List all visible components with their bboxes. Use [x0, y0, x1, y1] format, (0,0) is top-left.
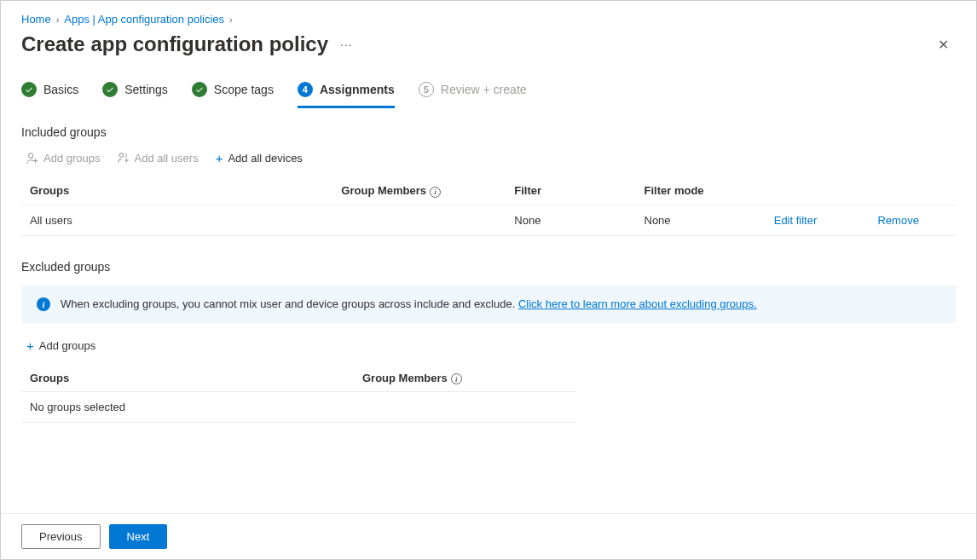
empty-message: No groups selected [21, 392, 575, 423]
tab-label: Settings [124, 83, 168, 96]
included-groups-heading: Included groups [21, 125, 956, 139]
cell-group-name: All users [21, 205, 332, 235]
breadcrumb-home[interactable]: Home [21, 13, 51, 26]
check-icon [21, 82, 37, 97]
column-header-members: Group Membersi [354, 365, 575, 392]
tab-label: Review + create [441, 83, 527, 96]
more-actions-icon[interactable]: ··· [340, 38, 353, 51]
banner-text: When excluding groups, you cannot mix us… [61, 297, 757, 310]
column-header-members: Group Membersi [332, 177, 506, 205]
included-groups-table: Groups Group Membersi Filter Filter mode… [21, 177, 956, 236]
info-banner: i When excluding groups, you cannot mix … [21, 286, 956, 323]
learn-more-link[interactable]: Click here to learn more about excluding… [518, 297, 757, 310]
tab-settings[interactable]: Settings [102, 82, 168, 108]
step-number-icon: 5 [419, 82, 434, 97]
excluded-groups-heading: Excluded groups [21, 260, 956, 274]
chevron-right-icon: › [229, 14, 233, 25]
tab-label: Assignments [320, 83, 395, 96]
person-add-icon [26, 153, 38, 165]
add-all-users-button: Add all users [118, 151, 199, 165]
tab-assignments[interactable]: 4 Assignments [298, 82, 395, 108]
close-icon[interactable]: ✕ [931, 33, 956, 56]
add-all-devices-button[interactable]: + Add all devices [216, 151, 303, 165]
footer: Previous Next [1, 513, 976, 559]
action-label: Add groups [39, 339, 96, 352]
previous-button[interactable]: Previous [21, 524, 101, 549]
info-icon[interactable]: i [451, 373, 462, 384]
page-title: Create app configuration policy [21, 32, 328, 56]
table-row: All users None None Edit filter Remove [21, 205, 956, 235]
tab-basics[interactable]: Basics [21, 82, 78, 108]
column-header-filter: Filter [506, 177, 635, 205]
add-groups-button: Add groups [26, 151, 101, 165]
chevron-right-icon: › [56, 14, 60, 25]
action-label: Add all users [135, 152, 199, 165]
action-label: Add groups [43, 152, 101, 165]
tab-label: Basics [43, 83, 78, 96]
info-icon[interactable]: i [430, 187, 441, 198]
wizard-tabs: Basics Settings Scope tags 4 Assignments… [21, 82, 956, 108]
check-icon [102, 82, 118, 97]
tab-review-create: 5 Review + create [419, 82, 527, 108]
check-icon [192, 82, 207, 97]
cell-filter: None [506, 205, 635, 235]
cell-members [332, 205, 506, 235]
column-header-filter-mode: Filter mode [636, 177, 766, 205]
plus-icon: + [26, 338, 34, 353]
tab-label: Scope tags [214, 83, 274, 96]
cell-filter-mode: None [636, 205, 766, 235]
plus-icon: + [216, 151, 223, 165]
remove-link[interactable]: Remove [877, 214, 918, 227]
excluded-groups-table: Groups Group Membersi No groups selected [21, 365, 575, 424]
people-add-icon [118, 153, 130, 165]
breadcrumb-apps[interactable]: Apps | App configuration policies [64, 13, 224, 26]
info-icon: i [37, 297, 50, 311]
table-row-empty: No groups selected [21, 392, 575, 423]
step-number-icon: 4 [298, 82, 313, 97]
breadcrumb: Home › Apps | App configuration policies… [21, 13, 956, 26]
column-header-groups: Groups [21, 177, 332, 205]
tab-scope-tags[interactable]: Scope tags [192, 82, 274, 108]
action-label: Add all devices [228, 152, 302, 165]
edit-filter-link[interactable]: Edit filter [774, 214, 818, 227]
column-header-groups: Groups [21, 365, 354, 392]
add-excluded-groups-button[interactable]: + Add groups [26, 338, 95, 353]
next-button[interactable]: Next [109, 524, 168, 549]
